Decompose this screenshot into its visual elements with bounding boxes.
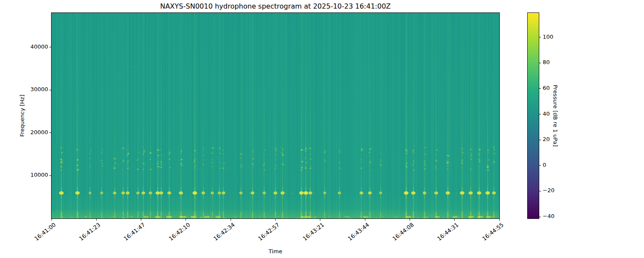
x-tick-label: 16:44:55 — [481, 221, 504, 242]
colorbar-gradient — [527, 12, 539, 219]
x-tick-label: 16:43:21 — [302, 221, 325, 242]
y-tick-mark — [49, 132, 51, 133]
colorbar-tick-label: 80 — [543, 59, 550, 65]
y-axis-label: Frequency [Hz] — [18, 13, 26, 218]
y-tick-label: 20000 — [30, 129, 48, 135]
x-tick-mark — [275, 219, 276, 221]
x-tick-mark — [96, 219, 97, 221]
x-tick-mark — [185, 219, 186, 221]
plot-area — [51, 12, 500, 219]
x-tick-mark — [454, 219, 455, 221]
colorbar-label-text: Pressure [dB re 1 uPa] — [552, 85, 559, 147]
y-tick-label: 30000 — [30, 86, 48, 92]
colorbar-tick-label: 60 — [543, 85, 550, 91]
colorbar-tick-label: 40 — [543, 111, 550, 117]
colorbar-tick-mark — [539, 217, 541, 217]
x-tick-label: 16:41:23 — [78, 221, 101, 242]
x-tick-mark — [410, 219, 410, 221]
colorbar-tick-mark — [539, 63, 541, 63]
x-tick-mark — [141, 219, 141, 221]
x-tick-label: 16:44:08 — [391, 221, 415, 242]
x-axis-label: Time — [52, 248, 499, 255]
x-tick-mark — [320, 219, 320, 221]
x-tick-label: 16:42:57 — [257, 221, 280, 242]
x-tick-mark — [499, 219, 500, 221]
spectrogram-canvas — [52, 13, 499, 218]
chart-title: NAXYS-SN0010 hydrophone spectrogram at 2… — [52, 2, 499, 10]
y-tick-label: 40000 — [30, 43, 48, 50]
x-tick-mark — [365, 219, 365, 221]
colorbar-tick-label: 20 — [543, 136, 550, 142]
x-tick-label: 16:42:34 — [212, 221, 236, 242]
x-tick-label: 16:43:44 — [346, 221, 370, 242]
x-tick-label: 16:42:10 — [167, 221, 191, 242]
x-tick-mark — [231, 219, 231, 221]
colorbar-tick-mark — [539, 165, 541, 166]
x-tick-label: 16:44:31 — [436, 221, 460, 242]
y-tick-mark — [49, 90, 51, 90]
y-tick-mark — [49, 175, 51, 176]
colorbar-label: Pressure [dB re 1 uPa] — [551, 13, 559, 218]
colorbar-tick-mark — [539, 37, 541, 37]
x-tick-label: 16:41:00 — [33, 221, 57, 242]
y-tick-label: 10000 — [30, 172, 48, 178]
colorbar-tick-mark — [539, 140, 541, 140]
colorbar-tick-mark — [539, 88, 541, 89]
figure: NAXYS-SN0010 hydrophone spectrogram at 2… — [0, 0, 644, 258]
x-tick-label: 16:41:47 — [123, 221, 146, 242]
colorbar-tick-mark — [539, 191, 541, 191]
colorbar-tick-label: 0 — [543, 162, 546, 168]
y-tick-mark — [49, 47, 51, 47]
colorbar-tick-mark — [539, 114, 541, 114]
y-axis-label-text: Frequency [Hz] — [19, 95, 25, 137]
x-tick-mark — [52, 219, 52, 221]
